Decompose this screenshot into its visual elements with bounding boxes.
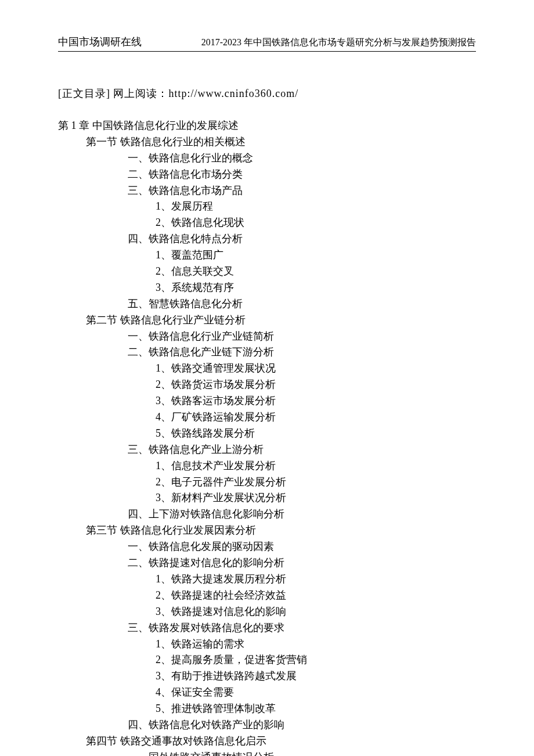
toc-item: 四、铁路信息化特点分析 [128, 231, 476, 247]
toc-item: 二、铁路信息化市场分类 [128, 167, 476, 183]
toc-item: 一、国外铁路交通事故情况分析 [128, 750, 476, 756]
toc-section-3: 第三节 铁路信息化行业发展因素分析 [86, 523, 476, 539]
toc-item: 一、铁路信息化行业产业链简析 [128, 329, 476, 345]
toc-subitem: 4、保证安全需要 [156, 685, 476, 701]
toc-item: 三、铁路信息化市场产品 [128, 183, 476, 199]
toc-item: 一、铁路信息化行业的概念 [128, 150, 476, 167]
header-left: 中国市场调研在线 [58, 35, 142, 49]
toc-subitem: 1、发展历程 [156, 199, 476, 215]
toc-item: 三、铁路信息化产业上游分析 [128, 442, 476, 458]
toc-subitem: 1、铁路交通管理发展状况 [156, 361, 476, 377]
toc-subitem: 1、铁路大提速发展历程分析 [156, 571, 476, 588]
page-header: 中国市场调研在线 2017-2023 年中国铁路信息化市场专题研究分析与发展趋势… [58, 35, 476, 52]
toc-subitem: 4、厂矿铁路运输发展分析 [156, 409, 476, 426]
toc-section-2: 第二节 铁路信息化行业产业链分析 [86, 312, 476, 329]
toc-subitem: 1、信息技术产业发展分析 [156, 458, 476, 474]
toc-item: 二、铁路提速对信息化的影响分析 [128, 555, 476, 571]
document-page: 中国市场调研在线 2017-2023 年中国铁路信息化市场专题研究分析与发展趋势… [0, 0, 534, 756]
toc-chapter: 第 1 章 中国铁路信息化行业的发展综述 [58, 118, 476, 134]
toc-item: 二、铁路信息化产业链下游分析 [128, 344, 476, 361]
toc-subitem: 2、信息关联交叉 [156, 264, 476, 280]
toc-section-4: 第四节 铁路交通事故对铁路信息化启示 [86, 733, 476, 750]
table-of-contents: 第 1 章 中国铁路信息化行业的发展综述 第一节 铁路信息化行业的相关概述 一、… [58, 118, 476, 756]
header-right: 2017-2023 年中国铁路信息化市场专题研究分析与发展趋势预测报告 [201, 37, 476, 49]
toc-subitem: 2、铁路货运市场发展分析 [156, 377, 476, 393]
toc-item: 四、上下游对铁路信息化影响分析 [128, 506, 476, 523]
toc-subitem: 5、推进铁路管理体制改革 [156, 701, 476, 717]
toc-subitem: 3、系统规范有序 [156, 280, 476, 296]
intro-line: [正文目录] 网上阅读：http://www.cninfo360.com/ [58, 87, 476, 100]
toc-subitem: 3、铁路提速对信息化的影响 [156, 604, 476, 620]
toc-subitem: 2、铁路提速的社会经济效益 [156, 588, 476, 604]
toc-item: 三、铁路发展对铁路信息化的要求 [128, 620, 476, 636]
toc-subitem: 2、铁路信息化现状 [156, 215, 476, 231]
toc-item: 四、铁路信息化对铁路产业的影响 [128, 717, 476, 733]
toc-subitem: 3、铁路客运市场发展分析 [156, 393, 476, 409]
toc-subitem: 3、新材料产业发展状况分析 [156, 490, 476, 506]
toc-subitem: 2、电子元器件产业发展分析 [156, 474, 476, 491]
toc-subitem: 3、有助于推进铁路跨越式发展 [156, 668, 476, 685]
toc-subitem: 5、铁路线路发展分析 [156, 426, 476, 442]
toc-item: 五、智慧铁路信息化分析 [128, 296, 476, 312]
toc-subitem: 1、覆盖范围广 [156, 247, 476, 264]
toc-item: 一、铁路信息化发展的驱动因素 [128, 539, 476, 555]
toc-subitem: 2、提高服务质量，促进客货营销 [156, 652, 476, 668]
toc-subitem: 1、铁路运输的需求 [156, 636, 476, 653]
toc-section-1: 第一节 铁路信息化行业的相关概述 [86, 134, 476, 150]
